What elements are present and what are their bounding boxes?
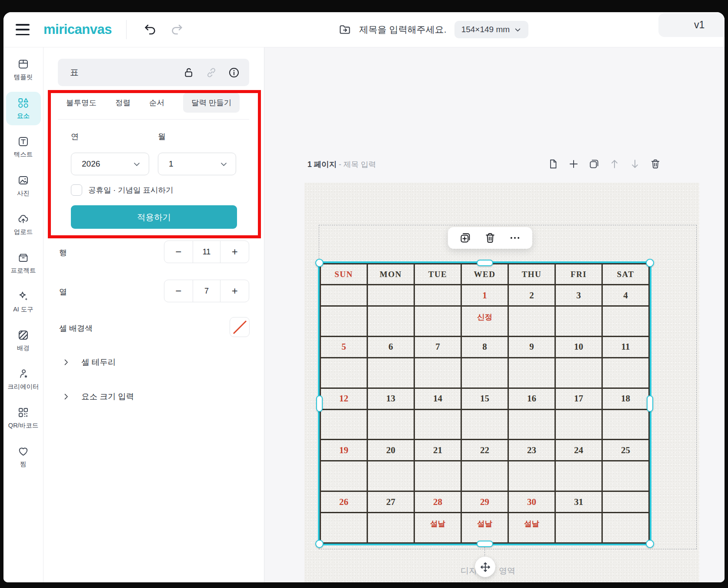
- sidebar-item-projects[interactable]: 프로젝트: [6, 247, 41, 280]
- date-cell: 16: [509, 389, 556, 410]
- date-cell: 30: [509, 492, 556, 513]
- date-cell: 23: [509, 440, 556, 461]
- more-options-button[interactable]: [509, 232, 521, 244]
- size-label: 154×149 mm: [461, 25, 510, 34]
- rows-value[interactable]: 11: [193, 241, 221, 263]
- sidebar-item-creator[interactable]: 크리에이터: [6, 363, 41, 396]
- date-cell: [321, 285, 368, 307]
- apply-button[interactable]: 적용하기: [71, 205, 237, 229]
- element-size-accordion[interactable]: 요소 크기 입력: [62, 391, 134, 402]
- chevron-right-icon: [62, 358, 70, 366]
- sidebar-item-favorites[interactable]: 찜: [6, 440, 41, 474]
- rows-stepper: − 11 +: [164, 241, 249, 263]
- sidebar-item-label: 크리에이터: [7, 383, 39, 391]
- sidebar-item-photos[interactable]: 사진: [6, 169, 41, 203]
- date-cell: 21: [415, 440, 462, 461]
- sidebar-item-background[interactable]: 배경: [6, 324, 41, 357]
- holiday-note-cell: [556, 461, 603, 492]
- sidebar-item-elements[interactable]: 요소: [6, 92, 41, 125]
- document-title-input[interactable]: 제목을 입력해주세요.: [359, 23, 447, 36]
- new-page-button[interactable]: [548, 158, 559, 170]
- cols-value[interactable]: 7: [193, 280, 221, 302]
- date-cell: 15: [462, 389, 509, 410]
- main-menu-button[interactable]: [16, 24, 30, 35]
- tab-opacity[interactable]: 불투명도: [66, 97, 97, 108]
- date-cell: 18: [603, 389, 650, 410]
- year-value: 2026: [82, 159, 133, 169]
- year-select[interactable]: 2026: [71, 153, 149, 175]
- month-value: 1: [169, 159, 220, 169]
- delete-page-button[interactable]: [650, 158, 661, 170]
- resize-handle-bottom-right[interactable]: [646, 540, 654, 548]
- resize-handle-left[interactable]: [316, 395, 323, 412]
- resize-handle-top-right[interactable]: [646, 259, 654, 267]
- calendar-note-row: [321, 461, 650, 492]
- move-to-folder-icon[interactable]: [338, 23, 351, 36]
- element-settings-panel: 표 불투명도 정렬 순서 달력 만들기 연 월 2026 1: [43, 47, 264, 582]
- link-button[interactable]: [205, 66, 218, 79]
- redo-button[interactable]: [170, 23, 184, 37]
- resize-handle-bottom[interactable]: [477, 541, 493, 547]
- date-cell: 5: [321, 337, 368, 358]
- cols-increase-button[interactable]: +: [220, 280, 249, 302]
- holiday-note-cell: [321, 410, 368, 441]
- canvas-size-selector[interactable]: 154×149 mm: [454, 21, 528, 38]
- divider: [126, 20, 127, 39]
- date-cell: 7: [415, 337, 462, 358]
- sidebar-item-ai-tools[interactable]: AI 도구: [6, 285, 41, 319]
- holiday-note-cell: [462, 461, 509, 492]
- sidebar-item-label: QR/바코드: [8, 421, 38, 430]
- move-element-handle[interactable]: [475, 557, 495, 577]
- info-icon: [228, 67, 240, 79]
- resize-handle-top-left[interactable]: [315, 259, 324, 267]
- date-cell: 22: [462, 440, 509, 461]
- holiday-checkbox-row[interactable]: 공휴일 · 기념일 표시하기: [71, 184, 173, 196]
- tab-make-calendar[interactable]: 달력 만들기: [183, 93, 240, 113]
- move-page-down-button[interactable]: [629, 158, 641, 170]
- month-select[interactable]: 1: [158, 153, 236, 175]
- undo-button[interactable]: [144, 23, 157, 37]
- calendar-table[interactable]: SUNMONTUEWEDTHUFRISAT1234신정5678910111213…: [320, 263, 650, 544]
- duplicate-page-button[interactable]: [588, 158, 600, 170]
- add-page-button[interactable]: [568, 158, 579, 170]
- tab-order[interactable]: 순서: [149, 97, 164, 108]
- trash-icon: [650, 158, 661, 170]
- cols-decrease-button[interactable]: −: [164, 280, 193, 302]
- cell-border-accordion[interactable]: 셀 테두리: [62, 357, 116, 368]
- top-bar: miricanvas 제목을 입력해주세요. 154×149 mm v1: [3, 12, 725, 47]
- sidebar-item-text[interactable]: 텍스트: [6, 130, 41, 164]
- unlock-button[interactable]: [182, 66, 195, 79]
- tab-align[interactable]: 정렬: [115, 97, 130, 108]
- cell-bg-color-swatch[interactable]: [230, 317, 250, 337]
- trash-icon: [484, 232, 496, 244]
- sidebar-item-qr-barcode[interactable]: QR/바코드: [6, 401, 41, 435]
- move-page-up-button[interactable]: [609, 158, 620, 170]
- sidebar-item-label: 업로드: [14, 228, 33, 236]
- holiday-note-cell: [415, 410, 462, 441]
- weekday-cell: MON: [368, 264, 415, 285]
- heart-icon: [17, 445, 29, 457]
- resize-handle-right[interactable]: [647, 395, 653, 412]
- miricanvas-logo[interactable]: miricanvas: [43, 22, 112, 37]
- version-button[interactable]: v1: [658, 13, 725, 37]
- chevron-down-icon: [133, 160, 141, 168]
- page-separator: -: [339, 160, 341, 169]
- resize-handle-top[interactable]: [477, 260, 493, 266]
- calendar-note-row: 신정: [321, 307, 650, 337]
- cols-stepper: − 7 +: [164, 280, 249, 302]
- delete-element-button[interactable]: [484, 232, 496, 244]
- sidebar-item-template[interactable]: 템플릿: [6, 53, 41, 87]
- page-title-input[interactable]: 제목 입력: [344, 160, 376, 169]
- rows-decrease-button[interactable]: −: [164, 241, 193, 263]
- text-icon: [17, 136, 29, 147]
- sidebar-item-upload[interactable]: 업로드: [6, 208, 41, 241]
- info-button[interactable]: [227, 66, 240, 79]
- resize-handle-bottom-left[interactable]: [315, 540, 324, 548]
- holiday-checkbox[interactable]: [71, 184, 82, 196]
- duplicate-element-button[interactable]: [459, 232, 471, 244]
- date-cell: 11: [603, 337, 650, 358]
- date-cell: 4: [603, 285, 650, 307]
- plus-icon: [568, 158, 579, 170]
- date-cell: 20: [368, 440, 415, 461]
- rows-increase-button[interactable]: +: [220, 241, 249, 263]
